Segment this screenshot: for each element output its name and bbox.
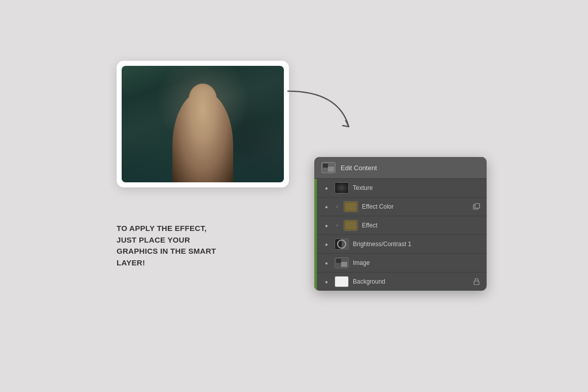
layer-row-effect[interactable]: › Effect [314, 216, 487, 235]
edit-content-thumbnail [321, 162, 336, 173]
layer-row-effect-color[interactable]: › Effect Color [314, 198, 487, 216]
visibility-icon-background[interactable] [322, 279, 330, 285]
layer-row-image[interactable]: Image [314, 254, 487, 272]
green-accent-bar [314, 179, 317, 291]
layer-name-brightness: Brightness/Contrast 1 [353, 241, 481, 248]
instructions-text: TO APPLY THE EFFECT, JUST PLACE YOUR GRA… [117, 223, 228, 268]
layer-name-effect-color: Effect Color [362, 203, 468, 210]
visibility-icon-effect[interactable] [322, 222, 330, 228]
visibility-icon-effect-color[interactable] [322, 204, 330, 210]
chevron-icon-effect-color[interactable]: › [335, 204, 340, 209]
layer-name-image: Image [353, 259, 481, 266]
visibility-icon-texture[interactable] [322, 185, 330, 191]
chevron-icon-effect[interactable]: › [335, 223, 340, 228]
layers-panel-inner: Texture › Effect Color › [314, 179, 487, 291]
visibility-icon-image[interactable] [322, 260, 330, 266]
layer-thumb-background [335, 276, 349, 287]
lock-icon-background [472, 278, 481, 286]
layer-row-texture[interactable]: Texture [314, 179, 487, 198]
photo-card [117, 61, 289, 187]
svg-rect-2 [474, 281, 479, 285]
layer-name-background: Background [353, 278, 468, 285]
duplicate-icon-effect-color [472, 203, 481, 211]
water-overlay [122, 142, 284, 182]
person-head [189, 84, 217, 114]
person-body [182, 109, 223, 160]
layer-thumb-effect [344, 220, 358, 231]
visibility-icon-brightness[interactable] [322, 241, 330, 247]
person-arm [174, 114, 222, 144]
instructions-block: TO APPLY THE EFFECT, JUST PLACE YOUR GRA… [117, 223, 228, 268]
layer-thumb-brightness [335, 239, 349, 250]
layer-thumb-texture [335, 182, 349, 193]
photo-person [170, 81, 236, 177]
layer-name-effect: Effect [362, 222, 481, 229]
layer-row-brightness[interactable]: Brightness/Contrast 1 [314, 235, 487, 254]
layers-panel: Edit Content Texture › Effect Color [314, 157, 487, 291]
main-container: Edit Content Texture › Effect Color [0, 0, 588, 392]
layer-name-texture: Texture [353, 184, 481, 191]
edit-content-label: Edit Content [341, 164, 377, 172]
layer-thumb-image [335, 257, 349, 268]
curved-arrow [278, 81, 359, 144]
photo-image [122, 66, 284, 182]
layer-row-background[interactable]: Background [314, 272, 487, 291]
layer-thumb-effect-color [344, 201, 358, 212]
layers-header: Edit Content [314, 157, 487, 179]
svg-rect-1 [475, 204, 480, 208]
